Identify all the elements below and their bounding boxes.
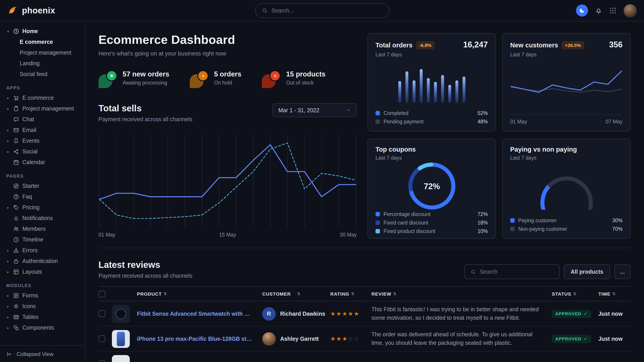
sidebar-item-faq[interactable]: ▸ Faq — [0, 191, 84, 202]
caret-right-icon: ▸ — [6, 150, 10, 154]
gauge-chart — [532, 169, 600, 210]
sidebar-item-tables[interactable]: ▸ Tables — [0, 312, 84, 323]
sort-icon: ⇅ — [164, 292, 167, 296]
stat-new-orders: ★ 57 new orders Awating processing — [98, 70, 170, 88]
collapse-sidebar-button[interactable]: Collapsed View — [0, 345, 84, 362]
caret-right-icon: ▸ — [6, 107, 10, 111]
global-search-input[interactable] — [272, 7, 382, 14]
app-root: phoenix ▾ Home E commerce — [0, 0, 644, 362]
row-checkbox[interactable] — [98, 361, 105, 362]
users-icon — [13, 226, 19, 232]
col-header-product[interactable]: PRODUCT⇅ — [137, 291, 262, 297]
new-customers-card: New customers +26.5% 356 Last 7 days 01 … — [502, 33, 630, 131]
top-coupons-legend: Percentage discount 72% Fixed card disco… — [376, 212, 488, 234]
col-header-review[interactable]: REVIEW⇅ — [372, 291, 552, 297]
bell-icon — [13, 215, 19, 221]
top-coupons-card: Top coupons Last 7 days 72% Percentage d… — [368, 139, 496, 239]
notifications-button[interactable] — [595, 7, 602, 14]
caret-right-icon: ▸ — [6, 326, 10, 330]
sidebar-item-errors[interactable]: ▸ Errors — [0, 245, 84, 256]
question-icon — [13, 194, 19, 200]
sidebar-item-home[interactable]: ▾ Home — [0, 26, 84, 37]
clock-icon — [13, 237, 19, 243]
select-all-checkbox[interactable] — [98, 291, 105, 297]
star-icon: ☆ — [348, 335, 354, 342]
brand-logo-link[interactable]: phoenix — [7, 5, 55, 16]
col-header-customer[interactable]: CUSTOMER⇅ — [262, 291, 330, 297]
clock-icon — [13, 28, 19, 34]
product-link[interactable]: iPhone 13 pro max-Pacific Blue-128GB sto… — [137, 336, 252, 342]
sidebar-subitem-e-commerce[interactable]: E commerce — [0, 37, 84, 47]
row-checkbox[interactable] — [98, 335, 105, 342]
product-thumbnail — [112, 355, 130, 362]
customer-avatar — [262, 332, 276, 346]
legend-swatch — [376, 111, 380, 115]
global-search — [255, 3, 389, 18]
sidebar-modules-list: ▸ Forms ▸ Icons ▸ Tables ▸ Components — [0, 290, 84, 333]
sidebar-subitem-project-management[interactable]: Project management — [0, 47, 84, 58]
sidebar-home-children: E commerce Project management Landing So… — [0, 37, 84, 80]
total-sells-title: Total sells — [98, 103, 192, 114]
review-table-row: iPhone 13 pro max-Pacific Blue-128GB sto… — [98, 327, 630, 352]
col-header-status[interactable]: STATUS⇅ — [552, 291, 598, 297]
sidebar-subitem-landing[interactable]: Landing — [0, 58, 84, 69]
sidebar-item-e-commerce[interactable]: ▸ E commerce — [0, 93, 84, 103]
star-icon: ☆ — [354, 335, 360, 342]
sort-icon: ⇅ — [573, 292, 577, 296]
mail-icon — [13, 127, 19, 133]
date-range-select[interactable]: Mar 1 - 31, 2022 — [272, 103, 357, 117]
sidebar-item-calendar[interactable]: ▸ Calendar — [0, 157, 84, 168]
sidebar-item-members[interactable]: ▸ Members — [0, 224, 84, 234]
caret-right-icon: ▸ — [6, 96, 10, 100]
row-checkbox[interactable] — [98, 310, 105, 317]
grid-apps-icon — [609, 7, 617, 14]
sidebar-item-events[interactable]: ▸ Events — [0, 135, 84, 146]
sidebar-item-authentication[interactable]: ▸ Authentication — [0, 256, 84, 267]
sidebar-item-forms[interactable]: ▸ Forms — [0, 290, 84, 301]
col-header-rating[interactable]: RATING⇅ — [330, 291, 372, 297]
sidebar-item-project-management[interactable]: ▸ Project management — [0, 103, 84, 114]
new-orders-icon: ★ — [98, 70, 117, 88]
total-orders-badge: -6.8% — [416, 41, 434, 49]
star-icon: ★ — [336, 310, 342, 317]
sidebar-item-layouts[interactable]: ▸ Layouts — [0, 267, 84, 277]
status-badge: APPROVED✓ — [552, 310, 591, 318]
status-badge: APPROVED✓ — [552, 335, 591, 343]
sidebar-item-starter[interactable]: ▸ Starter — [0, 181, 84, 191]
form-icon — [13, 293, 19, 299]
search-icon — [470, 269, 476, 274]
caret-right-icon: ▸ — [6, 139, 10, 143]
new-customers-badge: +26.5% — [562, 41, 584, 49]
puzzle-icon — [13, 325, 19, 331]
share-icon — [13, 148, 19, 155]
moon-icon — [579, 7, 585, 14]
legend-row: Fixed card discount 18% — [376, 220, 488, 225]
product-thumbnail — [112, 330, 130, 348]
apps-menu-button[interactable] — [609, 7, 617, 14]
sidebar-item-timeline[interactable]: ▸ Timeline — [0, 234, 84, 245]
search-icon — [262, 7, 268, 13]
stats-row: ★ 57 new orders Awating processing — [98, 70, 357, 88]
col-header-time[interactable]: TIME⇅ — [598, 291, 630, 297]
sidebar-item-email[interactable]: ▸ Email — [0, 125, 84, 135]
sidebar-subitem-social-feed[interactable]: Social feed — [0, 69, 84, 80]
product-link[interactable]: Fitbit Sense Advanced Smartwatch with To… — [137, 311, 252, 317]
caret-right-icon: ▸ — [6, 304, 10, 308]
sidebar-item-components[interactable]: ▸ Components — [0, 323, 84, 333]
user-avatar[interactable] — [624, 4, 637, 17]
star-icon: ★ — [354, 310, 360, 317]
all-products-button[interactable]: All products — [564, 264, 610, 279]
more-options-button[interactable]: ... — [614, 264, 630, 279]
legend-row: Paying customer 30% — [510, 218, 622, 223]
line-chart — [510, 64, 622, 105]
sort-icon: ⇅ — [393, 292, 397, 296]
sidebar-item-notifications[interactable]: ▸ Notifications — [0, 213, 84, 224]
sidebar-item-pricing[interactable]: ▸ Pricing — [0, 202, 84, 213]
theme-toggle-button[interactable] — [576, 4, 588, 16]
sidebar-item-icons[interactable]: ▸ Icons — [0, 301, 84, 312]
legend-swatch — [376, 229, 380, 233]
reviews-search-input[interactable] — [480, 269, 554, 275]
sidebar-item-social[interactable]: ▸ Social — [0, 146, 84, 157]
latest-reviews-section: Latest reviews Payment received across a… — [98, 248, 630, 362]
sidebar-item-chat[interactable]: ▸ Chat — [0, 114, 84, 125]
